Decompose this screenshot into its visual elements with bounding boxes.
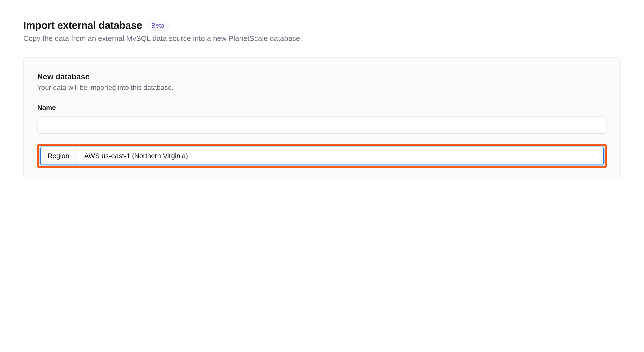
new-database-card: New database Your data will be imported … <box>23 57 621 178</box>
page-title: Import external database <box>23 19 142 31</box>
section-title: New database <box>37 72 607 81</box>
name-label: Name <box>37 104 607 112</box>
region-value: AWS us-east-1 (Northern Virginia) <box>84 152 188 160</box>
section-subtitle: Your data will be imported into this dat… <box>37 84 607 92</box>
page-subtitle: Copy the data from an external MySQL dat… <box>23 34 621 43</box>
chevron-down-icon <box>590 153 596 159</box>
region-label: Region <box>41 147 76 165</box>
beta-badge: Beta <box>147 20 168 31</box>
region-select[interactable]: AWS us-east-1 (Northern Virginia) <box>76 147 603 165</box>
name-input[interactable] <box>37 117 607 134</box>
region-row: Region AWS us-east-1 (Northern Virginia) <box>40 147 604 165</box>
region-highlight: Region AWS us-east-1 (Northern Virginia) <box>37 144 607 168</box>
